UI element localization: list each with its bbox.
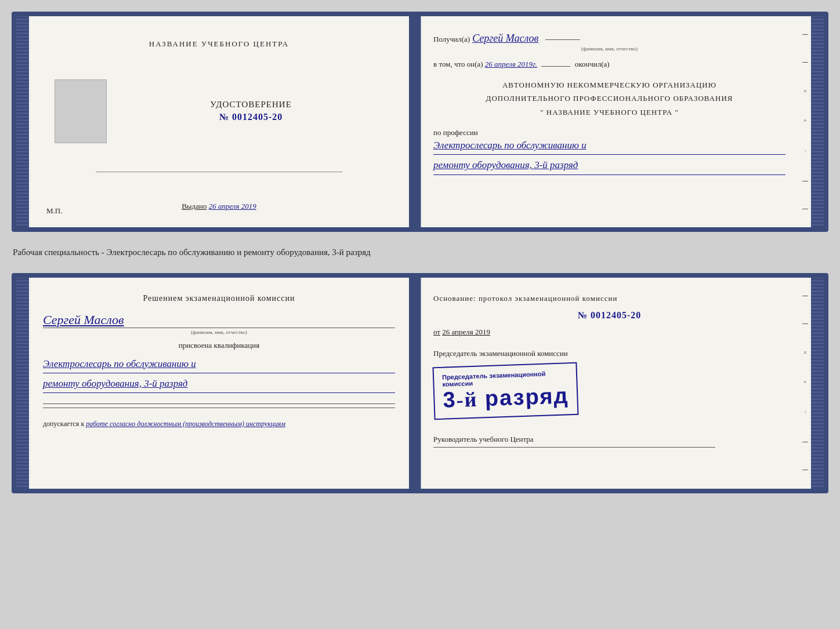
profession-label: по профессии [433, 128, 785, 137]
stamp-3й: 3 [443, 387, 457, 412]
allowed-line: допускается к работе согласно должностны… [43, 420, 395, 428]
binding-strip-bottom [409, 278, 419, 489]
assigned-label: присвоена квалификация [43, 341, 395, 350]
received-prefix: Получил(а) [433, 35, 470, 43]
commission-name: Сергей Маслов [43, 312, 395, 328]
completed-block: в том, что он(а) 26 апреля 2019г. окончи… [433, 60, 785, 69]
chairman-label: Председатель экзаменационной комиссии [433, 348, 785, 359]
chairman-block: Председатель экзаменационной комиссии Пр… [433, 348, 785, 417]
org-line1: АВТОНОМНУЮ НЕКОММЕРЧЕСКУЮ ОРГАНИЗАЦИЮ [433, 78, 785, 92]
profession-line2: ремонту оборудования, 3-й разряд [433, 157, 785, 174]
director-sig-line [433, 447, 715, 448]
basis-number: № 0012405-20 [433, 310, 785, 321]
binding-strip-top [409, 16, 419, 227]
right-spine-bottom [811, 278, 824, 489]
cert-number: № 0012405-20 [219, 112, 283, 122]
between-text: Рабочая специальность - Электрослесарь п… [12, 241, 828, 264]
commission-name-block: Сергей Маслов (фамилия, имя, отчество) [43, 312, 395, 335]
top-document: НАЗВАНИЕ УЧЕБНОГО ЦЕНТРА УДОСТОВЕРЕНИЕ №… [12, 12, 828, 232]
bottom-doc-right: Основание: протокол экзаменационной коми… [419, 278, 799, 489]
profession-block: по профессии Электрослесарь по обслужива… [433, 125, 785, 174]
b-edge-а: а [803, 381, 808, 383]
edge-dash1 [802, 34, 808, 35]
completed-prefix: в том, что он(а) [433, 60, 483, 68]
left-spine [16, 16, 29, 227]
decision-title: Решением экзаменационной комиссии [43, 294, 395, 303]
org-line3: " НАЗВАНИЕ УЧЕБНОГО ЦЕНТРА " [433, 106, 785, 119]
b-edge-dash1 [802, 296, 808, 296]
bottom-doc-left: Решением экзаменационной комиссии Сергей… [29, 278, 409, 489]
edge-и: и [803, 90, 808, 92]
name-sublabel: (фамилия, имя, отчество) [433, 46, 785, 52]
allowed-prefix: допускается к [43, 420, 84, 428]
edge-arrow: ← [803, 149, 808, 154]
qual-line2: ремонту оборудования, 3-й разряд [43, 376, 395, 393]
b-edge-arrow: ← [803, 410, 808, 415]
org-block: АВТОНОМНУЮ НЕКОММЕРЧЕСКУЮ ОРГАНИЗАЦИЮ ДО… [433, 78, 785, 119]
assigned-qualification: Электрослесарь по обслуживанию и ремонту… [43, 356, 395, 393]
issued-date: 26 апреля 2019 [209, 202, 256, 210]
left-spine-bottom [16, 278, 29, 489]
cert-label: УДОСТОВЕРЕНИЕ [210, 100, 292, 110]
bottom-name-sublabel: (фамилия, имя, отчество) [43, 329, 395, 335]
page-wrapper: НАЗВАНИЕ УЧЕБНОГО ЦЕНТРА УДОСТОВЕРЕНИЕ №… [12, 12, 828, 493]
director-block: Руководитель учебного Центра [433, 434, 785, 448]
signature-lines [43, 403, 395, 408]
profession-line1: Электрослесарь по обслуживанию и [433, 137, 785, 155]
photo-placeholder [55, 79, 107, 143]
b-edge-dash3 [802, 442, 808, 442]
right-edge-labels-bottom: и а ← [799, 278, 811, 489]
profession-value: Электрослесарь по обслуживанию и ремонту… [433, 137, 785, 174]
basis-title: Основание: протокол экзаменационной коми… [433, 294, 785, 303]
basis-date: от 26 апреля 2019 [433, 328, 785, 337]
org-line2: ДОПОЛНИТЕЛЬНОГО ПРОФЕССИОНАЛЬНОГО ОБРАЗО… [433, 92, 785, 105]
edge-а: а [803, 119, 808, 122]
edge-dash3 [802, 181, 808, 181]
sig-line2 [43, 408, 395, 408]
b-edge-dash2 [802, 323, 808, 324]
right-edge-labels: и а ← [799, 16, 811, 227]
basis-date-value: 26 апреля 2019 [442, 328, 490, 336]
stamp-main-text: 3-й разряд [443, 383, 570, 413]
sig-line1 [43, 403, 395, 404]
completed-date: 26 апреля 2019г. [485, 60, 537, 68]
b-edge-и: и [803, 351, 808, 354]
received-block: Получил(а) Сергей Маслов (фамилия, имя, … [433, 32, 785, 52]
stamp-razryad: разряд [484, 383, 569, 410]
qual-line1: Электрослесарь по обслуживанию и [43, 356, 395, 373]
top-doc-right: Получил(а) Сергей Маслов (фамилия, имя, … [419, 16, 799, 227]
received-name: Сергей Маслов [472, 32, 538, 44]
issued-label: Выдано [182, 202, 207, 210]
stamp-box: Председатель экзаменационной комиссии 3-… [432, 362, 578, 420]
basis-date-prefix: от [433, 328, 440, 336]
mp-label: М.П. [46, 206, 62, 216]
allowed-value: работе согласно должностным (производств… [86, 420, 285, 428]
edge-dash4 [802, 209, 808, 209]
stamp-area: Председатель экзаменационной комиссии 3-… [433, 361, 785, 417]
issued-line: Выдано 26 апреля 2019 [182, 202, 256, 211]
bottom-document: Решением экзаменационной комиссии Сергей… [12, 273, 828, 493]
edge-dash2 [802, 62, 808, 63]
completed-suffix: окончил(а) [575, 60, 610, 68]
director-label: Руководитель учебного Центра [433, 434, 785, 445]
top-doc-left: НАЗВАНИЕ УЧЕБНОГО ЦЕНТРА УДОСТОВЕРЕНИЕ №… [29, 16, 409, 227]
b-edge-dash4 [802, 470, 808, 470]
top-left-center-title: НАЗВАНИЕ УЧЕБНОГО ЦЕНТРА [149, 38, 289, 50]
right-spine-top [811, 16, 824, 227]
